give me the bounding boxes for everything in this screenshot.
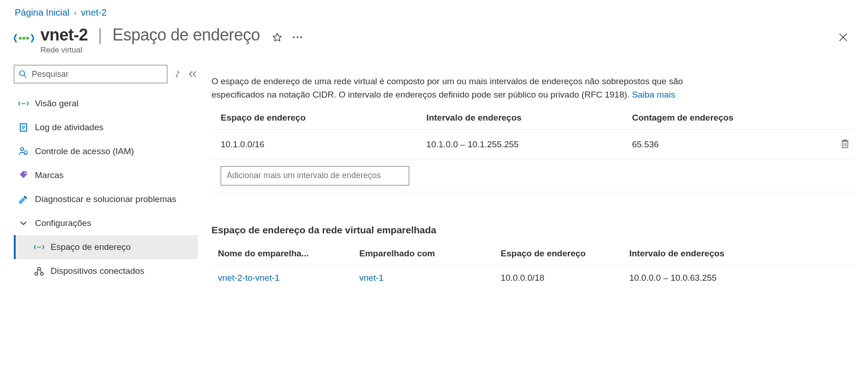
svg-point-0: [19, 37, 22, 40]
expand-toggle-button[interactable]: [173, 69, 182, 79]
svg-point-25: [35, 272, 38, 275]
svg-point-26: [40, 272, 43, 275]
sidebar-item-label: Espaço de endereço: [51, 242, 195, 253]
col-peer-range: Intervalo de endereços: [623, 242, 854, 266]
breadcrumb: Página Inicial › vnet-2: [14, 0, 854, 23]
main-content: O espaço de endereço de uma rede virtual…: [211, 65, 854, 283]
intro-paragraph: O espaço de endereço de uma rede virtual…: [211, 75, 699, 102]
svg-point-12: [24, 103, 25, 104]
svg-point-20: [24, 172, 26, 173]
delete-address-button[interactable]: [838, 136, 852, 151]
peer-name-link[interactable]: vnet-2-to-vnet-1: [218, 273, 280, 283]
svg-line-28: [40, 270, 41, 272]
sidebar-item-label: Diagnosticar e solucionar problemas: [35, 194, 195, 205]
sidebar-item-tags[interactable]: Marcas: [14, 163, 198, 187]
svg-point-8: [20, 71, 25, 76]
connected-devices-icon: [34, 266, 44, 276]
peer-with-link[interactable]: vnet-1: [360, 273, 384, 283]
svg-point-11: [23, 103, 24, 104]
col-address-count: Contagem de endereços: [623, 108, 828, 130]
col-peer-with: Emparelhado com: [353, 242, 495, 266]
cell-address-space: 10.1.0.0/16: [211, 129, 417, 159]
sidebar-item-label: Configurações: [35, 218, 195, 229]
cell-address-range: 10.1.0.0 – 10.1.255.255: [417, 129, 622, 159]
add-range-row: [211, 159, 854, 192]
col-address-space: Espaço de endereço: [211, 108, 417, 130]
add-range-input[interactable]: [221, 166, 409, 185]
breadcrumb-current[interactable]: vnet-2: [81, 7, 107, 18]
expand-icon: [174, 70, 181, 78]
svg-point-22: [38, 246, 40, 248]
virtual-network-small-icon: [18, 98, 29, 109]
learn-more-link[interactable]: Saiba mais: [632, 90, 675, 99]
close-button[interactable]: [836, 28, 854, 46]
sidebar-item-label: Visão geral: [35, 98, 195, 109]
svg-line-27: [37, 270, 38, 272]
svg-point-2: [26, 37, 29, 40]
col-peer-space: Espaço de endereço: [494, 242, 623, 266]
sidebar-item-settings-group[interactable]: Configurações: [14, 211, 198, 235]
peered-table: Nome do emparelha... Emparelhado com Esp…: [211, 242, 854, 283]
svg-point-4: [297, 36, 298, 38]
chevron-down-icon: [18, 218, 29, 228]
virtual-network-small-icon: [34, 242, 44, 252]
ellipsis-icon: [292, 35, 303, 39]
sidebar-item-iam[interactable]: Controle de acesso (IAM): [14, 139, 198, 163]
sidebar-item-label: Marcas: [35, 170, 195, 181]
diagnose-icon: [18, 194, 29, 204]
resource-type: Rede virtual: [40, 46, 303, 55]
sidebar-item-label: Controle de acesso (IAM): [35, 146, 195, 157]
chevron-right-icon: ›: [74, 9, 76, 17]
address-row: 10.1.0.0/16 10.1.0.0 – 10.1.255.255 65.5…: [211, 129, 854, 159]
chevron-double-left-icon: [188, 71, 197, 77]
log-icon: [18, 122, 29, 133]
cell-peer-range: 10.0.0.0 – 10.0.63.255: [623, 265, 854, 283]
svg-line-9: [24, 75, 27, 78]
more-button[interactable]: [291, 35, 303, 40]
svg-point-23: [40, 246, 41, 248]
sidebar-item-address-space[interactable]: Espaço de endereço: [14, 235, 198, 259]
trash-icon: [840, 139, 850, 149]
svg-rect-29: [842, 141, 848, 148]
sidebar-item-label: Log de atividades: [35, 122, 195, 133]
svg-point-10: [21, 103, 23, 104]
address-space-table: Espaço de endereço Intervalo de endereço…: [211, 108, 854, 192]
cell-address-count: 65.536: [623, 129, 828, 159]
resource-name: vnet-2: [40, 25, 88, 45]
sidebar-menu: Visão geral Log de atividades: [14, 92, 198, 283]
peer-row: vnet-2-to-vnet-1 vnet-1 10.0.0.0/18 10.0…: [211, 265, 854, 283]
favorite-button[interactable]: [271, 31, 283, 43]
sidebar-item-diagnose[interactable]: Diagnosticar e solucionar problemas: [14, 187, 198, 211]
iam-icon: [18, 146, 29, 156]
svg-point-21: [37, 246, 38, 248]
search-input[interactable]: [31, 69, 162, 80]
intro-text: O espaço de endereço de uma rede virtual…: [211, 76, 683, 99]
collapse-sidebar-button[interactable]: [188, 70, 198, 78]
star-icon: [272, 32, 282, 42]
breadcrumb-home[interactable]: Página Inicial: [15, 7, 69, 18]
col-address-range: Intervalo de endereços: [417, 108, 622, 130]
peered-heading: Espaço de endereço da rede virtual empar…: [211, 225, 854, 236]
col-peer-name: Nome do emparelha...: [211, 242, 353, 266]
sidebar-item-connected-devices[interactable]: Dispositivos conectados: [14, 259, 198, 283]
page-header: vnet-2 | Espaço de endereço: [14, 25, 854, 55]
close-icon: [839, 33, 848, 42]
svg-point-3: [293, 36, 295, 38]
virtual-network-icon: [14, 28, 34, 48]
page-title: Espaço de endereço: [112, 25, 260, 45]
sidebar-item-label: Dispositivos conectados: [51, 266, 195, 277]
cell-peer-space: 10.0.0.0/18: [494, 265, 623, 283]
svg-point-1: [23, 37, 25, 40]
search-box[interactable]: [14, 65, 167, 83]
sidebar: Visão geral Log de atividades: [14, 65, 198, 283]
search-icon: [19, 70, 27, 78]
sidebar-item-overview[interactable]: Visão geral: [14, 92, 198, 116]
svg-point-18: [21, 148, 23, 150]
tag-icon: [18, 170, 29, 180]
svg-point-5: [300, 36, 302, 38]
sidebar-item-activity-log[interactable]: Log de atividades: [14, 116, 198, 139]
